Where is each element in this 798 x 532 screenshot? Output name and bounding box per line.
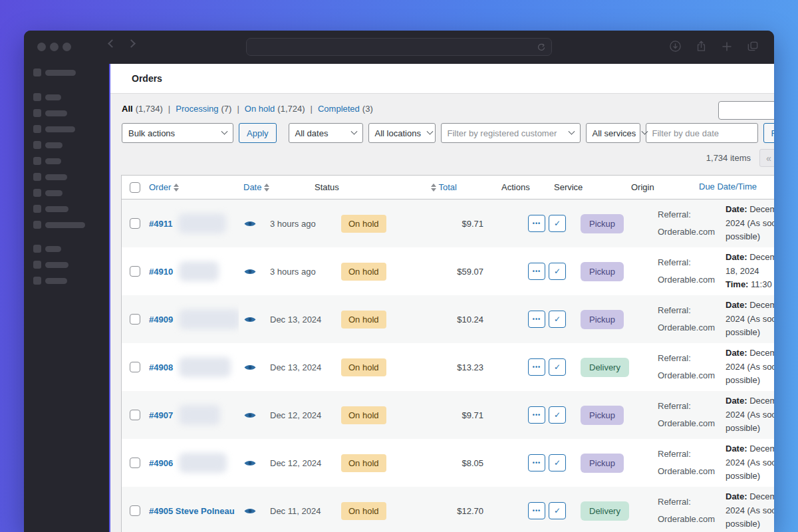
row-checkbox[interactable]	[130, 410, 140, 420]
sidebar-skeleton-item[interactable]	[24, 68, 109, 76]
sidebar-item-icon	[33, 93, 41, 101]
table-row: #4905 Steve PolneauDec 11, 2024On hold$1…	[122, 487, 774, 532]
row-checkbox[interactable]	[130, 266, 140, 277]
sidebar-skeleton-item[interactable]	[24, 93, 109, 101]
filter-button[interactable]: Filter	[763, 123, 774, 143]
locations-select[interactable]: All locations	[368, 123, 436, 143]
ellipsis-action-button[interactable]: •••	[528, 215, 545, 232]
address-bar[interactable]	[246, 38, 552, 56]
sidebar-skeleton-item[interactable]	[24, 221, 109, 229]
preview-eye-icon[interactable]	[244, 507, 256, 515]
sort-arrows-icon	[431, 184, 436, 192]
ellipsis-action-button[interactable]: •••	[528, 454, 545, 471]
view-link[interactable]: All	[122, 104, 133, 114]
window-dot-icon[interactable]	[37, 43, 46, 51]
select-all-checkbox[interactable]	[130, 182, 140, 193]
new-tab-plus-icon[interactable]	[721, 41, 733, 53]
search-input[interactable]	[718, 101, 774, 120]
check-action-button[interactable]: ✓	[549, 358, 566, 376]
check-action-button[interactable]: ✓	[549, 311, 566, 328]
due-segment: Date: December 2024 (As soon as possible…	[726, 299, 774, 340]
sidebar-skeleton-item[interactable]	[24, 205, 109, 213]
row-checkbox[interactable]	[130, 314, 140, 325]
status-cell: On hold	[336, 247, 441, 295]
order-link[interactable]: #4906	[149, 458, 173, 468]
header-label[interactable]: Date	[243, 182, 261, 192]
sidebar-skeleton-item[interactable]	[24, 125, 109, 133]
order-link[interactable]: #4905 Steve Polneau	[149, 506, 235, 516]
table-row: #4906Dec 12, 2024On hold$8.05•••✓PickupR…	[122, 439, 774, 487]
row-checkbox[interactable]	[130, 362, 140, 372]
header-label: Actions	[501, 182, 530, 192]
order-date-cell: 3 hours ago	[265, 247, 336, 295]
order-link[interactable]: #4907	[149, 410, 173, 420]
sidebar-skeleton-item[interactable]	[24, 157, 109, 165]
view-processing[interactable]: Processing(7)	[176, 104, 231, 114]
check-action-button[interactable]: ✓	[549, 263, 566, 280]
services-select[interactable]: All services	[586, 123, 640, 143]
row-checkbox[interactable]	[130, 505, 140, 516]
sidebar-skeleton-item[interactable]	[24, 173, 109, 181]
preview-eye-icon[interactable]	[244, 316, 256, 323]
preview-eye-icon[interactable]	[244, 268, 256, 275]
view-all[interactable]: All(1,734)	[122, 104, 163, 114]
header-label[interactable]: Due Date/Time	[699, 180, 757, 194]
preview-eye-icon[interactable]	[244, 364, 256, 371]
back-arrow-icon[interactable]	[108, 39, 116, 48]
header-origin: Origin	[611, 176, 692, 199]
view-on-hold[interactable]: On hold(1,724)	[245, 104, 305, 114]
ellipsis-action-button[interactable]: •••	[528, 358, 545, 376]
view-link[interactable]: On hold	[245, 104, 275, 114]
ellipsis-action-button[interactable]: •••	[528, 311, 545, 328]
view-completed[interactable]: Completed(3)	[318, 104, 373, 114]
total-cell: $9.71	[441, 200, 498, 247]
due-date-cell: Date: December 2024 (As soon as possible…	[719, 391, 774, 439]
first-page-button[interactable]: «	[759, 149, 774, 167]
sidebar-skeleton-item[interactable]	[24, 109, 109, 117]
sidebar-skeleton-item[interactable]	[24, 261, 109, 269]
sidebar-item-icon	[33, 125, 41, 133]
check-action-button[interactable]: ✓	[549, 215, 566, 232]
check-action-button[interactable]: ✓	[549, 454, 566, 471]
order-link[interactable]: #4908	[149, 362, 173, 372]
row-checkbox[interactable]	[130, 218, 140, 229]
customer-filter-select[interactable]: Filter by registered customer	[441, 123, 581, 143]
apply-button[interactable]: Apply	[239, 123, 277, 143]
check-action-button[interactable]: ✓	[549, 406, 566, 424]
check-action-button[interactable]: ✓	[549, 502, 566, 519]
order-link[interactable]: #4910	[149, 267, 173, 277]
tab-overview-icon[interactable]	[746, 40, 759, 53]
forward-arrow-icon[interactable]	[127, 39, 136, 48]
order-link[interactable]: #4911	[149, 219, 172, 229]
due-label: Time:	[726, 279, 748, 289]
header-label[interactable]: Order	[149, 182, 171, 192]
row-checkbox[interactable]	[130, 458, 140, 468]
share-icon[interactable]	[695, 40, 708, 53]
sidebar-skeleton-item[interactable]	[24, 141, 109, 149]
sidebar-item-label-bar	[45, 110, 67, 116]
preview-eye-icon[interactable]	[244, 220, 256, 227]
order-link[interactable]: #4909	[149, 315, 173, 325]
order-date-cell: Dec 11, 2024	[265, 487, 336, 532]
sidebar-skeleton-item[interactable]	[24, 189, 109, 197]
download-icon[interactable]	[669, 40, 682, 53]
preview-eye-icon[interactable]	[244, 412, 256, 419]
dates-select[interactable]: All dates	[289, 123, 363, 143]
header-label[interactable]: Total	[439, 182, 457, 192]
window-dot-icon[interactable]	[63, 43, 71, 51]
service-badge: Pickup	[581, 310, 624, 329]
reload-icon[interactable]	[537, 43, 546, 52]
bulk-actions-select[interactable]: Bulk actions	[122, 123, 233, 143]
chevron-down-icon	[568, 128, 575, 134]
blurred-customer-name	[179, 405, 220, 425]
view-link[interactable]: Processing	[176, 104, 218, 114]
ellipsis-action-button[interactable]: •••	[528, 502, 545, 519]
sidebar-skeleton-item[interactable]	[24, 277, 109, 285]
due-date-filter-input[interactable]	[646, 123, 758, 143]
view-link[interactable]: Completed	[318, 104, 360, 114]
ellipsis-action-button[interactable]: •••	[528, 263, 545, 280]
ellipsis-action-button[interactable]: •••	[528, 406, 545, 424]
preview-eye-icon[interactable]	[244, 460, 256, 467]
window-dot-icon[interactable]	[50, 43, 59, 51]
sidebar-skeleton-item[interactable]	[24, 245, 109, 253]
